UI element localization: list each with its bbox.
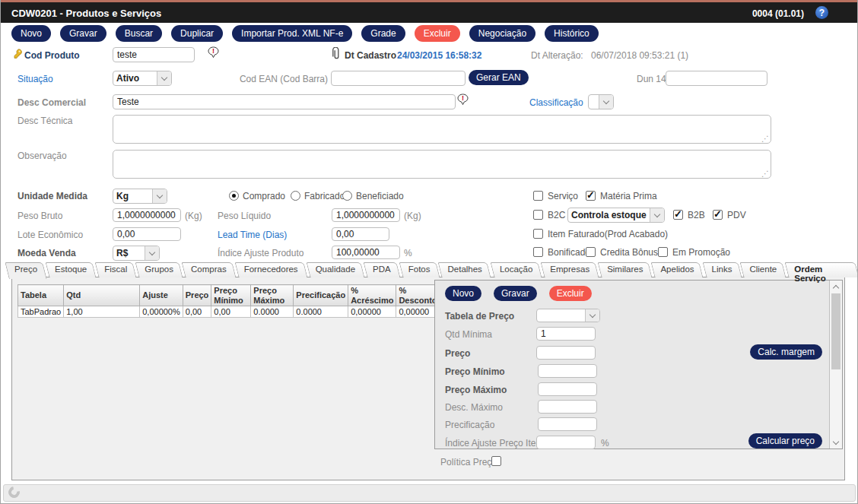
tab-preco[interactable]: Preço <box>7 262 45 277</box>
servico-label: Serviço <box>548 191 578 201</box>
tab-compras[interactable]: Compras <box>183 262 234 277</box>
servico-checkbox[interactable] <box>533 191 543 201</box>
novo-button[interactable]: Novo <box>11 25 51 42</box>
cod-produto-input[interactable] <box>113 47 195 62</box>
controla-estoque-select-value: Controla estoque <box>568 210 650 220</box>
item-faturado-checkbox[interactable] <box>533 229 543 239</box>
tab-ordem-servico[interactable]: Ordem Serviço <box>786 262 857 277</box>
column-header: Qtd <box>64 285 140 306</box>
b2b-label: B2B <box>688 210 705 220</box>
desc-comercial-label: Desc Comercial <box>17 97 86 108</box>
pdv-checkbox[interactable] <box>713 210 723 220</box>
hint-tag-icon[interactable]: ! <box>457 94 469 106</box>
tab-grupos[interactable]: Grupos <box>137 262 181 277</box>
tab-bar: Preço Estoque Fiscal Grupos Compras Forn… <box>7 262 857 277</box>
resize-grip[interactable]: ⋰ <box>761 135 769 143</box>
version-label: 0004 (01.01) <box>752 8 804 19</box>
price-panel: Novo Gravar Excluir Tabela de Preço Qtd … <box>434 280 843 449</box>
scroll-thumb[interactable] <box>831 293 841 369</box>
cod-ean-label: Cod EAN (Cod Barra) <box>230 74 328 84</box>
observacao-textarea[interactable] <box>113 150 771 179</box>
preco-minimo-input[interactable] <box>538 364 597 378</box>
tab-fiscal[interactable]: Fiscal <box>97 262 135 277</box>
help-icon[interactable]: ? <box>815 6 828 19</box>
grade-button[interactable]: Grade <box>361 25 405 42</box>
tab-detalhes[interactable]: Detalhes <box>440 262 489 277</box>
importar-xml-button[interactable]: Importar Prod. XML NF-e <box>232 25 352 42</box>
tab-pda[interactable]: PDA <box>365 262 399 277</box>
desc-tecnica-label: Desc Técnica <box>17 116 72 126</box>
scroll-down-icon[interactable] <box>830 436 842 449</box>
politica-preco-checkbox[interactable] <box>491 456 501 466</box>
classificacao-select[interactable] <box>588 94 614 109</box>
em-promocao-checkbox[interactable] <box>658 247 668 257</box>
precificacao-input[interactable] <box>538 417 597 431</box>
tabela-de-preco-select[interactable] <box>536 309 600 322</box>
tabela-de-preco-label: Tabela de Preço <box>445 311 514 322</box>
scrollbar[interactable] <box>829 281 842 449</box>
controla-estoque-select[interactable]: Controla estoque <box>567 208 665 223</box>
tab-fotos[interactable]: Fotos <box>401 262 438 277</box>
peso-bruto-input[interactable] <box>113 208 181 222</box>
comprado-radio[interactable] <box>229 191 239 201</box>
indice-ajuste-preco-item-input[interactable] <box>536 436 596 449</box>
situacao-select[interactable]: Ativo <box>113 71 172 86</box>
tab-similares[interactable]: Similares <box>599 262 650 277</box>
qtd-minima-label: Qtd Mínima <box>445 329 492 340</box>
panel-excluir-button[interactable]: Excluir <box>549 286 592 301</box>
desc-tecnica-textarea[interactable] <box>113 115 771 144</box>
tab-links[interactable]: Links <box>704 262 740 277</box>
tab-empresas[interactable]: Empresas <box>542 262 597 277</box>
tab-qualidade[interactable]: Qualidade <box>308 262 363 277</box>
lead-time-label[interactable]: Lead Time (Dias) <box>218 230 287 240</box>
unidade-medida-select[interactable]: Kg <box>113 189 167 204</box>
excluir-button[interactable]: Excluir <box>415 25 460 42</box>
moeda-venda-select[interactable]: R$ <box>113 246 160 261</box>
preco-input[interactable] <box>536 346 596 360</box>
preco-maximo-input[interactable] <box>538 382 597 396</box>
tab-apelidos[interactable]: Apelidos <box>653 262 701 277</box>
beneficiado-radio[interactable] <box>342 191 352 201</box>
tab-estoque[interactable]: Estoque <box>47 262 94 277</box>
preco-label: Preço <box>445 348 470 359</box>
materia-prima-checkbox[interactable] <box>586 191 596 201</box>
qtd-minima-input[interactable] <box>536 327 596 341</box>
desc-maximo-input[interactable] <box>538 400 597 414</box>
peso-liquido-input[interactable] <box>332 208 400 222</box>
tab-fornecedores[interactable]: Fornecedores <box>237 262 306 277</box>
gerar-ean-button[interactable]: Gerar EAN <box>469 70 529 85</box>
dun14-input[interactable] <box>666 71 767 86</box>
cell: 0,00 <box>183 306 211 318</box>
tab-locacao[interactable]: Locação <box>492 262 540 277</box>
buscar-button[interactable]: Buscar <box>116 25 162 42</box>
column-header: Preço Máximo <box>251 285 294 306</box>
fabricado-radio[interactable] <box>291 191 300 201</box>
b2b-checkbox[interactable] <box>673 210 683 220</box>
credita-bonus-checkbox[interactable] <box>586 247 596 257</box>
table-row[interactable]: TabPadrao 1,00 0,00000% 0,00 0,00 0.0000… <box>18 306 442 318</box>
gravar-button[interactable]: Gravar <box>60 25 106 42</box>
scroll-up-icon[interactable] <box>830 281 842 293</box>
panel-novo-button[interactable]: Novo <box>445 286 481 301</box>
hint-tag-icon[interactable]: ! <box>208 46 219 59</box>
calcular-preco-button[interactable]: Calcular preço <box>748 433 822 449</box>
em-promocao-label: Em Promoção <box>672 247 730 258</box>
cod-ean-input[interactable] <box>331 71 466 86</box>
dt-alteracao-label: Dt Alteração: <box>531 50 583 61</box>
calc-margem-button[interactable]: Calc. margem <box>750 344 822 360</box>
resize-grip[interactable]: ⋰ <box>761 170 769 178</box>
historico-button[interactable]: Histórico <box>545 25 599 42</box>
bonificado-checkbox[interactable] <box>533 247 543 257</box>
tab-cliente[interactable]: Cliente <box>742 262 784 277</box>
chevron-down-icon <box>152 189 167 203</box>
b2c-checkbox[interactable] <box>533 210 543 220</box>
lote-economico-input[interactable] <box>113 227 181 241</box>
negociacao-button[interactable]: Negociação <box>469 25 535 42</box>
duplicar-button[interactable]: Duplicar <box>171 25 223 42</box>
lead-time-input[interactable] <box>332 227 389 241</box>
fabricado-label: Fabricado <box>304 191 345 201</box>
indice-ajuste-produto-input[interactable] <box>332 246 400 259</box>
panel-gravar-button[interactable]: Gravar <box>494 286 537 301</box>
desc-comercial-input[interactable] <box>113 94 456 109</box>
paperclip-icon[interactable] <box>332 47 341 60</box>
